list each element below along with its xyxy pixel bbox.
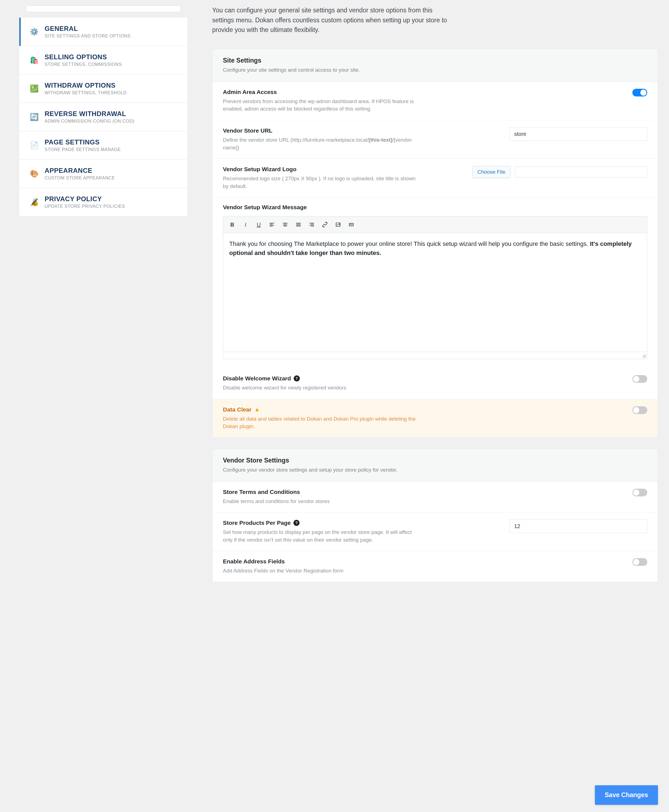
- editor-body[interactable]: Thank you for choosing The Marketplace t…: [223, 233, 647, 352]
- palette-icon: 🎨: [30, 169, 39, 178]
- nav-title: PRIVACY POLICY: [45, 195, 125, 203]
- per-page-input[interactable]: [509, 520, 647, 533]
- nav-title: APPEARANCE: [45, 167, 115, 175]
- nav-item-withdraw[interactable]: 💹 WITHDRAW OPTIONS WITHDRAW SETTINGS, TH…: [19, 74, 187, 103]
- setting-title: Disable Welcome Wizard ?: [223, 375, 621, 382]
- nav-title: SELLING OPTIONS: [45, 53, 122, 61]
- nav-item-page-settings[interactable]: 📄 PAGE SETTINGS STORE PAGE SETTINGS MANA…: [19, 131, 187, 160]
- lock-icon: 🔏: [30, 198, 39, 206]
- image-button[interactable]: [332, 219, 344, 230]
- row-data-clear: Data Clear ▲ Delete all data and tables …: [212, 399, 658, 437]
- row-terms: Store Terms and Conditions Enable terms …: [212, 482, 658, 513]
- setting-title: Admin Area Access: [223, 89, 621, 95]
- gear-icon: ⚙️: [30, 27, 39, 36]
- nav-sub: UPDATE STORE PRIVACY POLICIES: [45, 204, 125, 209]
- align-right-button[interactable]: [306, 219, 318, 230]
- nav-sub: SITE SETTINGS AND STORE OPTIONS: [45, 34, 131, 39]
- row-admin-access: Admin Area Access Prevent vendors from a…: [212, 82, 658, 120]
- nav-item-reverse-withdrawal[interactable]: 🔄 REVERSE WITHDRAWAL ADMIN COMMISSION CO…: [19, 103, 187, 131]
- nav-sub: STORE PAGE SETTINGS MANAGE: [45, 147, 121, 152]
- row-address-fields: Enable Address Fields Add Address Fields…: [212, 551, 658, 582]
- row-wizard-logo: Vendor Setup Wizard Logo Recommended log…: [212, 159, 658, 197]
- settings-sidebar: ⚙️ GENERAL SITE SETTINGS AND STORE OPTIO…: [11, 0, 187, 635]
- nav-title: PAGE SETTINGS: [45, 138, 121, 146]
- setting-title: Vendor Store URL: [223, 127, 498, 134]
- nav-item-appearance[interactable]: 🎨 APPEARANCE CUSTOM STORE APPEARANCE: [19, 160, 187, 188]
- terms-toggle[interactable]: [632, 489, 647, 496]
- align-left-button[interactable]: [266, 219, 278, 230]
- setting-title: Vendor Setup Wizard Logo: [223, 166, 461, 173]
- nav-item-privacy[interactable]: 🔏 PRIVACY POLICY UPDATE STORE PRIVACY PO…: [19, 188, 187, 216]
- card-title: Site Settings: [223, 57, 647, 64]
- help-icon[interactable]: ?: [294, 376, 300, 381]
- store-url-input[interactable]: [509, 127, 647, 141]
- editor-resize-handle[interactable]: [223, 352, 647, 359]
- row-wizard-message: Vendor Setup Wizard Message B I U: [212, 197, 658, 368]
- setting-desc: Recommended logo size ( 270px X 90px ). …: [223, 175, 421, 190]
- admin-access-toggle[interactable]: [632, 89, 647, 96]
- nav-title: WITHDRAW OPTIONS: [45, 82, 127, 89]
- editor-toolbar: B I U: [223, 216, 647, 233]
- card-header: Site Settings Configure your site settin…: [212, 49, 658, 82]
- setting-desc: Enable terms and conditions for vendor s…: [223, 497, 421, 505]
- setting-desc: Disable welcome wizard for newly registe…: [223, 384, 421, 392]
- setting-desc: Prevent vendors from accessing the wp-ad…: [223, 98, 421, 113]
- setting-desc: Set how many products to display per pag…: [223, 528, 421, 544]
- bag-icon: 🛍️: [30, 56, 39, 64]
- setting-title: Enable Address Fields: [223, 558, 621, 565]
- sidebar-search[interactable]: [26, 5, 181, 12]
- keyboard-button[interactable]: [346, 219, 357, 230]
- row-per-page: Store Products Per Page ? Set how many p…: [212, 512, 658, 551]
- link-button[interactable]: [319, 219, 331, 230]
- align-center-button[interactable]: [279, 219, 291, 230]
- rich-text-editor: B I U Thank you for choosing The Marketp…: [223, 216, 647, 359]
- italic-button[interactable]: I: [240, 219, 251, 230]
- nav-sub: CUSTOM STORE APPEARANCE: [45, 175, 115, 180]
- cycle-icon: 🔄: [30, 113, 39, 121]
- vendor-settings-card: Vendor Store Settings Configure your ven…: [212, 449, 658, 582]
- setting-desc: Define the vendor store URL (http://furn…: [223, 136, 421, 151]
- data-clear-toggle[interactable]: [632, 406, 647, 414]
- underline-button[interactable]: U: [253, 219, 264, 230]
- file-path-display: [515, 166, 647, 178]
- row-disable-wizard: Disable Welcome Wizard ? Disable welcome…: [212, 368, 658, 399]
- nav-sub: WITHDRAW SETTINGS, THRESHOLD: [45, 90, 127, 95]
- disable-wizard-toggle[interactable]: [632, 375, 647, 383]
- bold-button[interactable]: B: [227, 219, 238, 230]
- row-store-url: Vendor Store URL Define the vendor store…: [212, 120, 658, 159]
- card-title: Vendor Store Settings: [223, 457, 647, 464]
- card-header: Vendor Store Settings Configure your ven…: [212, 449, 658, 482]
- main-content: You can configure your general site sett…: [187, 0, 658, 635]
- settings-nav: ⚙️ GENERAL SITE SETTINGS AND STORE OPTIO…: [19, 18, 187, 216]
- address-toggle[interactable]: [632, 558, 647, 566]
- site-settings-card: Site Settings Configure your site settin…: [212, 49, 658, 438]
- card-subtitle: Configure your site settings and control…: [223, 67, 647, 73]
- align-justify-button[interactable]: [292, 219, 304, 230]
- setting-title: Data Clear ▲: [223, 406, 621, 413]
- nav-item-selling[interactable]: 🛍️ SELLING OPTIONS STORE SETTINGS, COMMI…: [19, 46, 187, 74]
- nav-title: REVERSE WITHDRAWAL: [45, 110, 134, 118]
- card-subtitle: Configure your vendor store settings and…: [223, 467, 647, 473]
- setting-title: Store Products Per Page ?: [223, 520, 498, 526]
- setting-title: Store Terms and Conditions: [223, 489, 621, 495]
- setting-title: Vendor Setup Wizard Message: [223, 204, 647, 211]
- choose-file-button[interactable]: Choose File: [472, 166, 511, 178]
- intro-text: You can configure your general site sett…: [212, 5, 449, 35]
- page-icon: 📄: [30, 141, 39, 150]
- nav-item-general[interactable]: ⚙️ GENERAL SITE SETTINGS AND STORE OPTIO…: [19, 18, 187, 46]
- setting-desc: Delete all data and tables related to Do…: [223, 415, 421, 430]
- setting-desc: Add Address Fields on the Vendor Registr…: [223, 567, 421, 574]
- nav-sub: STORE SETTINGS, COMMISSIONS: [45, 62, 122, 67]
- help-icon[interactable]: ?: [293, 520, 299, 526]
- nav-title: GENERAL: [45, 25, 131, 32]
- nav-sub: ADMIN COMMISSION CONFIG (ON COD): [45, 119, 134, 124]
- chart-icon: 💹: [30, 84, 39, 93]
- warning-icon: ▲: [254, 406, 260, 413]
